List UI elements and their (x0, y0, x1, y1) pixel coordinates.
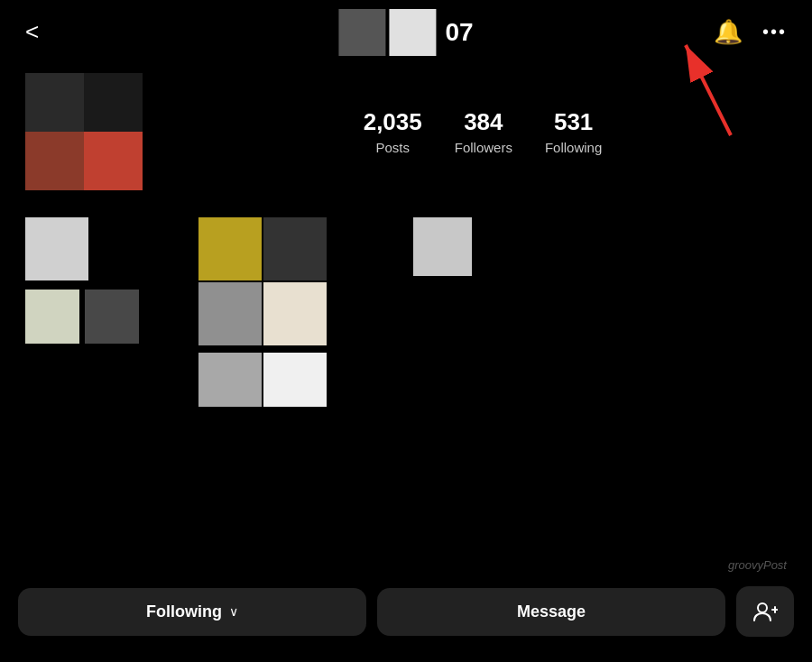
following-chevron: ∨ (229, 604, 238, 619)
mosaic-cell-2 (84, 73, 143, 132)
stat-posts[interactable]: 2,035 Posts (364, 108, 422, 155)
mosaic-cream (263, 282, 327, 345)
swatch-mid-gray (198, 353, 262, 407)
post-col-3 (413, 217, 472, 276)
followers-label: Followers (455, 140, 512, 155)
stat-following[interactable]: 531 Following (545, 108, 602, 155)
center-mosaic[interactable] (198, 217, 327, 345)
thumb-1[interactable] (25, 217, 88, 280)
posts-label: Posts (375, 140, 410, 155)
header-count: 07 (445, 18, 473, 47)
mosaic-cell-3 (25, 132, 84, 190)
posts-count: 2,035 (364, 108, 422, 136)
mosaic-dark1 (263, 217, 327, 280)
thumb-right-1[interactable] (413, 217, 472, 276)
mosaic-cell-4 (84, 132, 143, 190)
header: < 07 🔔 ••• (0, 0, 812, 64)
bell-icon[interactable]: 🔔 (714, 18, 743, 46)
add-person-icon (752, 601, 778, 622)
add-friend-button[interactable] (736, 586, 794, 637)
stats-section: 2,035 Posts 384 Followers 531 Following (179, 108, 787, 155)
bottom-bar: Following ∨ Message (0, 572, 812, 662)
mosaic-cell-1 (25, 73, 84, 132)
header-swatch-2 (389, 9, 436, 56)
back-button[interactable]: < (25, 18, 39, 46)
swatch-beige (25, 290, 79, 344)
following-label: Following (146, 602, 222, 621)
header-center: 07 (338, 9, 473, 56)
center-bottom (198, 353, 327, 407)
post-col-2 (198, 217, 327, 407)
mosaic-gold (198, 217, 262, 280)
posts-grid (0, 208, 812, 407)
thumb-bottom-1 (25, 290, 139, 344)
following-button[interactable]: Following ∨ (18, 588, 366, 636)
mosaic-gray (198, 282, 262, 345)
profile-section: 2,035 Posts 384 Followers 531 Following (0, 64, 812, 208)
watermark: groovyPost (728, 558, 787, 572)
header-left: < (25, 18, 39, 46)
header-swatch-1 (338, 9, 385, 56)
post-col-1 (25, 217, 139, 344)
followers-count: 384 (464, 108, 503, 136)
avatar-mosaic (25, 73, 143, 190)
following-count: 531 (554, 108, 593, 136)
message-button[interactable]: Message (377, 588, 725, 636)
header-right: 🔔 ••• (714, 18, 787, 46)
swatch-dark (85, 290, 139, 344)
following-label: Following (545, 140, 602, 155)
more-options-icon[interactable]: ••• (762, 22, 787, 42)
swatch-white (263, 353, 327, 407)
stat-followers[interactable]: 384 Followers (455, 108, 512, 155)
svg-point-2 (758, 603, 767, 612)
